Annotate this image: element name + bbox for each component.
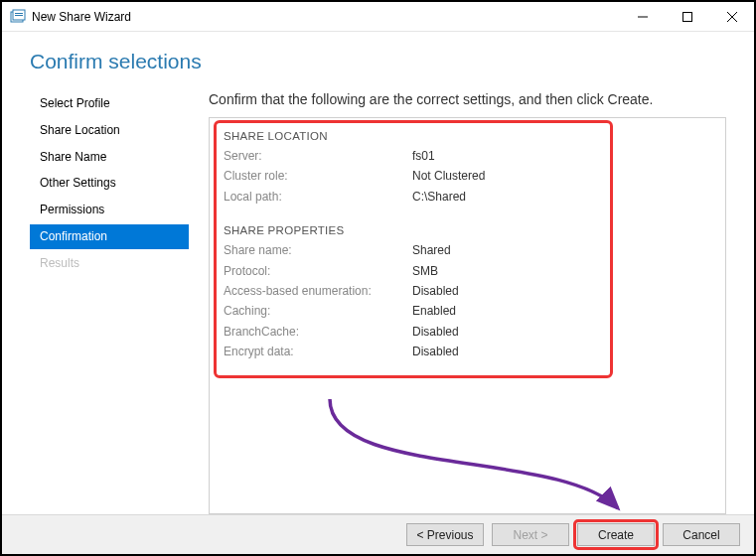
- value-branchcache: Disabled: [412, 322, 459, 342]
- page-title: Confirm selections: [30, 50, 726, 73]
- svg-rect-5: [682, 12, 691, 21]
- nav-permissions[interactable]: Permissions: [30, 198, 189, 222]
- svg-rect-2: [15, 13, 23, 14]
- nav-share-location[interactable]: Share Location: [30, 118, 189, 143]
- row-caching: Caching: Enabled: [224, 301, 711, 321]
- cancel-button[interactable]: Cancel: [663, 523, 740, 546]
- label-encrypt: Encrypt data:: [224, 342, 412, 361]
- value-abe: Disabled: [412, 281, 459, 301]
- settings-panel: SHARE LOCATION Server: fs01 Cluster role…: [209, 117, 726, 514]
- row-server: Server: fs01: [224, 146, 711, 166]
- row-branchcache: BranchCache: Disabled: [224, 322, 711, 342]
- row-share-name: Share name: Shared: [224, 240, 711, 260]
- content-area: Confirm selections Select Profile Share …: [2, 32, 754, 514]
- right-pane: Confirm that the following are the corre…: [209, 91, 726, 514]
- value-protocol: SMB: [412, 261, 438, 281]
- create-button[interactable]: Create: [577, 523, 655, 546]
- label-server: Server:: [224, 146, 412, 166]
- label-abe: Access-based enumeration:: [224, 281, 412, 301]
- svg-rect-3: [15, 15, 23, 16]
- window-title: New Share Wizard: [32, 10, 131, 24]
- label-protocol: Protocol:: [224, 261, 412, 281]
- row-local-path: Local path: C:\Shared: [224, 187, 711, 207]
- nav-share-name[interactable]: Share Name: [30, 145, 189, 170]
- label-caching: Caching:: [224, 301, 412, 321]
- row-cluster-role: Cluster role: Not Clustered: [224, 166, 711, 186]
- label-local-path: Local path:: [224, 187, 412, 207]
- nav-select-profile[interactable]: Select Profile: [30, 91, 189, 116]
- title-bar: New Share Wizard: [2, 2, 754, 32]
- value-caching: Enabled: [412, 301, 456, 321]
- row-abe: Access-based enumeration: Disabled: [224, 281, 711, 301]
- value-server: fs01: [412, 146, 435, 166]
- next-button: Next >: [492, 523, 569, 546]
- value-share-name: Shared: [412, 240, 451, 260]
- instruction-text: Confirm that the following are the corre…: [209, 91, 726, 107]
- value-cluster-role: Not Clustered: [412, 166, 485, 186]
- button-bar: < Previous Next > Create Cancel: [2, 514, 754, 554]
- label-share-name: Share name:: [224, 240, 412, 260]
- close-button[interactable]: [709, 2, 754, 32]
- share-location-heading: SHARE LOCATION: [224, 130, 711, 142]
- share-properties-heading: SHARE PROPERTIES: [224, 224, 711, 236]
- row-protocol: Protocol: SMB: [224, 261, 711, 281]
- label-branchcache: BranchCache:: [224, 322, 412, 342]
- nav-other-settings[interactable]: Other Settings: [30, 171, 189, 196]
- label-cluster-role: Cluster role:: [224, 166, 412, 186]
- wizard-sidebar: Select Profile Share Location Share Name…: [30, 91, 189, 514]
- maximize-button[interactable]: [665, 2, 709, 32]
- row-encrypt: Encrypt data: Disabled: [224, 342, 711, 361]
- app-icon: [10, 9, 26, 25]
- value-encrypt: Disabled: [412, 342, 459, 361]
- nav-confirmation[interactable]: Confirmation: [30, 224, 189, 249]
- value-local-path: C:\Shared: [412, 187, 466, 207]
- previous-button[interactable]: < Previous: [406, 523, 484, 546]
- nav-results: Results: [30, 251, 189, 276]
- minimize-button[interactable]: [620, 2, 665, 32]
- main-row: Select Profile Share Location Share Name…: [30, 91, 726, 514]
